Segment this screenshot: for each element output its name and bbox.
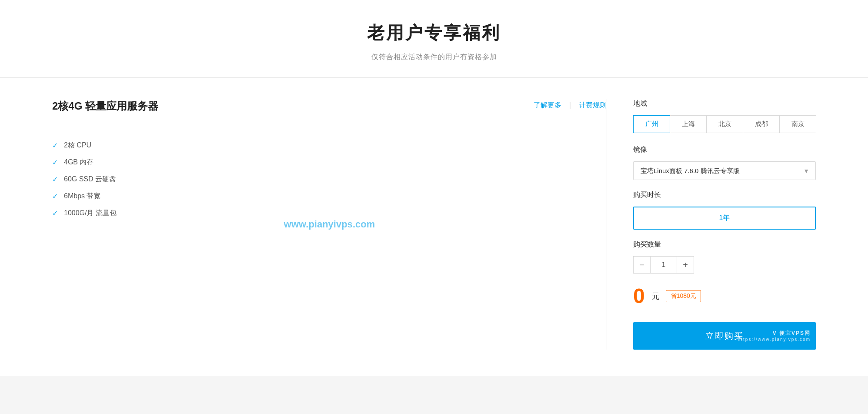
quantity-decrease-button[interactable]: − <box>633 256 651 274</box>
check-icon: ✓ <box>52 158 58 167</box>
check-icon: ✓ <box>52 209 58 217</box>
quantity-increase-button[interactable]: + <box>677 256 694 274</box>
image-select[interactable]: 宝塔Linux面板 7.6.0 腾讯云专享版 <box>634 162 815 180</box>
image-label: 镜像 <box>633 145 816 154</box>
list-item: ✓ 6Mbps 带宽 <box>52 192 572 201</box>
server-title-row: 2核4G 轻量应用服务器 了解更多 ｜ 计费规则 <box>52 99 572 127</box>
buy-button-watermark: V 便宜VPS网 https://www.pianyivps.com <box>738 330 811 342</box>
quantity-section: 购买数量 − + <box>633 240 816 274</box>
region-label: 地域 <box>633 99 816 108</box>
price-section: 0 元 省1080元 <box>633 286 816 307</box>
check-icon: ✓ <box>52 192 58 200</box>
main-content: 2核4G 轻量应用服务器 了解更多 ｜ 计费规则 ✓ 2核 CPU ✓ 4GB … <box>0 78 868 376</box>
price-unit: 元 <box>652 291 660 301</box>
right-panel: 地域 广州 上海 北京 成都 南京 镜像 宝塔Linux面板 7.6.0 腾讯云… <box>607 99 816 350</box>
list-item: ✓ 4GB 内存 <box>52 158 572 167</box>
watermark-url: https://www.pianyivps.com <box>738 337 811 342</box>
header-links: 了解更多 ｜ 计费规则 <box>534 101 607 110</box>
quantity-label: 购买数量 <box>633 240 816 249</box>
server-title: 2核4G 轻量应用服务器 <box>52 99 158 113</box>
page-wrapper: 老用户专享福利 仅符合相应活动条件的用户有资格参加 2核4G 轻量应用服务器 了… <box>0 0 868 414</box>
quantity-control: − + <box>633 256 816 274</box>
price-amount: 0 <box>633 286 645 307</box>
list-item: ✓ 2核 CPU <box>52 141 572 150</box>
watermark-logo: V 便宜VPS网 <box>773 330 811 337</box>
feature-list: ✓ 2核 CPU ✓ 4GB 内存 ✓ 60G SSD 云硬盘 ✓ 6Mbps … <box>52 141 572 218</box>
duration-label: 购买时长 <box>633 190 816 200</box>
image-select-wrapper: 宝塔Linux面板 7.6.0 腾讯云专享版 ▼ <box>633 161 816 180</box>
left-panel: 2核4G 轻量应用服务器 了解更多 ｜ 计费规则 ✓ 2核 CPU ✓ 4GB … <box>52 99 607 350</box>
duration-section: 购买时长 1年 <box>633 190 816 230</box>
header-section: 老用户专享福利 仅符合相应活动条件的用户有资格参加 <box>0 0 868 78</box>
watermark-text: www.pianyivps.com <box>284 219 375 230</box>
page-title: 老用户专享福利 <box>0 21 868 45</box>
region-section: 地域 广州 上海 北京 成都 南京 <box>633 99 816 133</box>
link-divider: ｜ <box>567 101 574 110</box>
list-item: ✓ 60G SSD 云硬盘 <box>52 175 572 184</box>
list-item: ✓ 1000G/月 流量包 <box>52 209 572 218</box>
region-btn-nanjing[interactable]: 南京 <box>779 115 816 133</box>
pricing-link[interactable]: 计费规则 <box>579 101 607 110</box>
region-btn-chengdu[interactable]: 成都 <box>743 115 780 133</box>
region-btn-guangzhou[interactable]: 广州 <box>633 115 670 133</box>
learn-more-link[interactable]: 了解更多 <box>534 101 561 110</box>
region-btn-shanghai[interactable]: 上海 <box>670 115 707 133</box>
image-section: 镜像 宝塔Linux面板 7.6.0 腾讯云专享版 ▼ <box>633 145 816 180</box>
region-buttons: 广州 上海 北京 成都 南京 <box>633 115 816 133</box>
quantity-input[interactable] <box>651 256 677 274</box>
check-icon: ✓ <box>52 175 58 184</box>
price-save-badge: 省1080元 <box>666 290 701 302</box>
check-icon: ✓ <box>52 141 58 150</box>
buy-button[interactable]: 立即购买 V 便宜VPS网 https://www.pianyivps.com <box>633 322 816 350</box>
duration-button[interactable]: 1年 <box>633 207 816 230</box>
page-subtitle: 仅符合相应活动条件的用户有资格参加 <box>0 53 868 62</box>
region-btn-beijing[interactable]: 北京 <box>706 115 743 133</box>
